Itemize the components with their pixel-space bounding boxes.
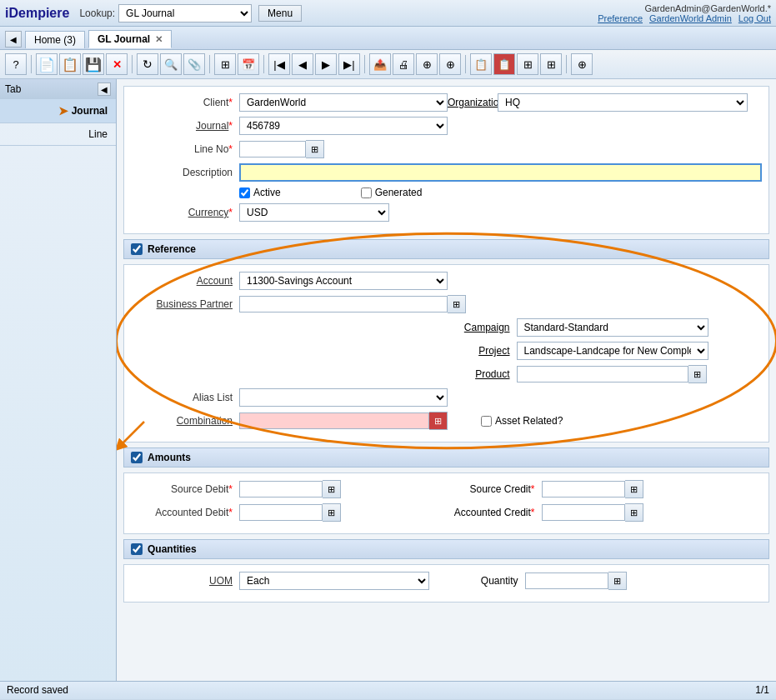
combination-btn[interactable]: ⊞: [429, 412, 448, 430]
tab-gl-journal[interactable]: GL Journal ✕: [88, 30, 172, 48]
description-input[interactable]: [239, 163, 762, 182]
grid-button[interactable]: ⊞: [214, 53, 236, 75]
refresh-button[interactable]: ↻: [137, 53, 158, 75]
nav-prev[interactable]: ◀: [292, 53, 313, 75]
biz-partner-row: Business Partner Patio-Patio Fun, Inc. ⊞: [131, 295, 762, 313]
quantity-input-wrapper: 0.00 ⊞: [525, 572, 627, 590]
campaign-label[interactable]: Campaign: [450, 322, 517, 333]
tb-sep-4: [263, 55, 264, 73]
product-label[interactable]: Product: [450, 368, 517, 380]
tb-sep-7: [566, 55, 567, 73]
tb-btn-6[interactable]: 📋: [493, 53, 515, 75]
currency-label: Currency*: [131, 207, 239, 218]
tb-sep-5: [364, 55, 365, 73]
amounts-section-check[interactable]: [131, 452, 143, 463]
lineno-input[interactable]: 10: [239, 141, 306, 158]
reference-section-check[interactable]: [131, 243, 143, 255]
app-title: iDempiere: [5, 6, 69, 21]
admin-link[interactable]: GardenWorld Admin: [649, 13, 732, 23]
delete-button[interactable]: ✕: [106, 53, 128, 75]
uom-row: UOM Each: [131, 572, 443, 590]
accounted-debit-input[interactable]: 1,500.00: [239, 504, 323, 521]
tb-btn-7[interactable]: ⊞: [517, 53, 538, 75]
nav-last[interactable]: ▶|: [338, 53, 360, 75]
sidebar-item-journal[interactable]: ➤ Journal: [0, 99, 116, 123]
generated-checkbox-label: Generated: [361, 187, 423, 198]
journal-label: Journal*: [131, 120, 239, 132]
sidebar-collapse-button[interactable]: ◀: [98, 82, 111, 96]
attachment-button[interactable]: 📎: [183, 53, 205, 75]
asset-related-checkbox[interactable]: [481, 416, 492, 427]
save-button[interactable]: 💾: [83, 53, 104, 75]
source-credit-btn[interactable]: ⊞: [625, 480, 643, 498]
alias-row: Alias List: [131, 388, 762, 407]
combination-input[interactable]: HQ-11300-Azalea Bush-Patio-Landscape-Sta…: [239, 412, 429, 429]
generated-checkbox[interactable]: [361, 188, 372, 198]
lineno-btn[interactable]: ⊞: [306, 140, 324, 158]
active-checkbox[interactable]: [239, 188, 250, 198]
currency-select[interactable]: USD: [239, 203, 389, 222]
content-area: Client* GardenWorld Organization* HQ: [117, 79, 776, 681]
source-debit-input[interactable]: 1,500.00: [239, 481, 323, 498]
biz-partner-label[interactable]: Business Partner: [131, 298, 239, 310]
nav-first[interactable]: |◀: [268, 53, 290, 75]
uom-select[interactable]: Each: [239, 572, 429, 590]
nav-next[interactable]: ▶: [315, 53, 337, 75]
tb-btn-9[interactable]: ⊕: [571, 53, 593, 75]
sidebar-line-label: Line: [88, 128, 108, 140]
biz-partner-input[interactable]: Patio-Patio Fun, Inc.: [239, 296, 448, 312]
tab-home-label: Home (3): [34, 34, 76, 46]
project-label[interactable]: Project: [450, 345, 517, 357]
campaign-select[interactable]: Standard-Standard: [517, 318, 708, 337]
product-btn[interactable]: ⊞: [688, 365, 707, 383]
lookup-select[interactable]: GL Journal: [118, 4, 252, 22]
source-credit-input[interactable]: 0.00: [542, 481, 625, 498]
active-label: Active: [253, 187, 281, 198]
quantity-btn[interactable]: ⊞: [608, 572, 627, 590]
tab-close-button[interactable]: ✕: [155, 34, 163, 45]
calendar-button[interactable]: 📅: [238, 53, 259, 75]
accounted-credit-btn[interactable]: ⊞: [625, 503, 643, 522]
tb-btn-1[interactable]: 📤: [369, 53, 391, 75]
product-input[interactable]: Azalea Bush: [517, 366, 688, 382]
logout-link[interactable]: Log Out: [738, 13, 771, 23]
find-button[interactable]: 🔍: [160, 53, 182, 75]
accounted-debit-label: Accounted Debit*: [131, 507, 239, 518]
generated-label: Generated: [375, 187, 423, 198]
preference-link[interactable]: Preference: [598, 13, 643, 23]
tab-home[interactable]: Home (3): [25, 31, 85, 48]
accounted-credit-input[interactable]: 0.00: [542, 504, 625, 521]
tab-nav-back[interactable]: ◀: [5, 31, 22, 48]
org-select-wrapper: HQ: [498, 93, 748, 112]
new-button[interactable]: 📄: [36, 53, 58, 75]
menu-button[interactable]: Menu: [258, 5, 302, 22]
alias-select[interactable]: [239, 388, 448, 407]
copy-button[interactable]: 📋: [59, 53, 81, 75]
quantity-input[interactable]: 0.00: [525, 572, 608, 589]
tb-btn-5[interactable]: 📋: [470, 53, 492, 75]
product-input-wrapper: Azalea Bush ⊞: [517, 365, 707, 383]
biz-partner-btn[interactable]: ⊞: [448, 295, 466, 313]
reference-wrapper: Reference Account 11300-Savings Account …: [123, 239, 769, 442]
account-select[interactable]: 11300-Savings Account: [239, 272, 448, 290]
sidebar-item-line[interactable]: Line: [0, 123, 116, 146]
journal-select[interactable]: 456789: [239, 117, 448, 135]
tb-btn-4[interactable]: ⊕: [439, 53, 461, 75]
accounted-debit-btn[interactable]: ⊞: [323, 503, 341, 522]
project-select[interactable]: Landscape-Landcape for New Complex: [517, 342, 708, 360]
account-label[interactable]: Account: [131, 275, 239, 287]
tb-btn-3[interactable]: ⊕: [416, 53, 438, 75]
source-debit-btn[interactable]: ⊞: [323, 480, 341, 498]
help-button[interactable]: ?: [5, 53, 27, 75]
account-select-wrapper: 11300-Savings Account: [239, 272, 448, 290]
client-select[interactable]: GardenWorld: [239, 93, 448, 112]
asset-related-label: Asset Related?: [495, 415, 563, 427]
tb-btn-8[interactable]: ⊞: [540, 53, 562, 75]
quantities-section-check[interactable]: [131, 543, 143, 555]
tb-btn-2[interactable]: 🖨: [393, 53, 414, 75]
client-select-wrapper: GardenWorld: [239, 93, 448, 112]
left-col: [131, 318, 443, 388]
asset-related-wrapper: Asset Related?: [481, 415, 563, 427]
org-select[interactable]: HQ: [498, 93, 748, 112]
top-bar: iDempiere Lookup: GL Journal Menu Garden…: [0, 0, 776, 27]
